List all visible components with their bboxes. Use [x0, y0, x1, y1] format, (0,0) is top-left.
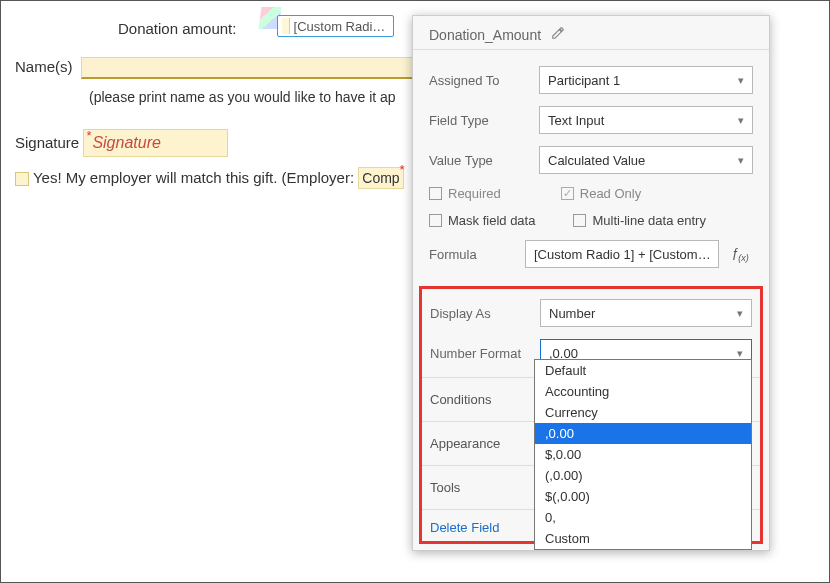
- formula-label: Formula: [429, 247, 517, 262]
- checkbox-empty-icon: [429, 214, 442, 227]
- chip-drag-handle-icon[interactable]: [282, 18, 290, 34]
- readonly-checkbox[interactable]: ✓ Read Only: [561, 186, 641, 201]
- required-asterisk-icon: *: [400, 162, 405, 177]
- field-properties-panel: Donation_Amount Assigned To Participant …: [412, 15, 770, 551]
- custom-radio-chip[interactable]: [Custom Radi…: [277, 15, 395, 37]
- formula-input[interactable]: [Custom Radio 1] + [Custom…: [525, 240, 719, 268]
- donation-amount-label: Donation amount:: [118, 20, 236, 37]
- chevron-down-icon: ▾: [738, 74, 744, 87]
- checkbox-checked-icon: ✓: [561, 187, 574, 200]
- number-format-option[interactable]: Default: [535, 360, 751, 381]
- highlighted-section: Display As Number ▾ Number Format ,0.00 …: [419, 286, 763, 544]
- signature-label: Signature: [15, 134, 79, 151]
- names-label: Name(s): [15, 58, 73, 75]
- formula-value: [Custom Radio 1] + [Custom…: [534, 247, 711, 262]
- number-format-dropdown: DefaultAccountingCurrency,0.00$,0.00(,0.…: [534, 359, 752, 550]
- number-format-option[interactable]: 0,: [535, 507, 751, 528]
- checkbox-empty-icon: [573, 214, 586, 227]
- required-label: Required: [448, 186, 501, 201]
- signature-field[interactable]: * Signature: [83, 129, 228, 157]
- chip-label: [Custom Radi…: [294, 19, 386, 34]
- chevron-down-icon: ▾: [737, 347, 743, 360]
- number-format-option[interactable]: Accounting: [535, 381, 751, 402]
- names-field[interactable]: [81, 57, 421, 79]
- required-asterisk-icon: *: [86, 128, 91, 143]
- multiline-label: Multi-line data entry: [592, 213, 705, 228]
- mask-label: Mask field data: [448, 213, 535, 228]
- multiline-checkbox[interactable]: Multi-line data entry: [573, 213, 705, 228]
- display-as-value: Number: [549, 306, 595, 321]
- number-format-option[interactable]: $,0.00: [535, 444, 751, 465]
- required-checkbox[interactable]: Required: [429, 186, 501, 201]
- value-type-select[interactable]: Calculated Value ▾: [539, 146, 753, 174]
- checkbox-empty-icon: [429, 187, 442, 200]
- formula-editor-button[interactable]: ƒ(x): [727, 240, 753, 268]
- number-format-option[interactable]: Custom: [535, 528, 751, 549]
- chevron-down-icon: ▾: [737, 307, 743, 320]
- number-format-option[interactable]: (,0.00): [535, 465, 751, 486]
- employer-match-checkbox[interactable]: [15, 172, 29, 186]
- chevron-down-icon: ▾: [738, 114, 744, 127]
- employer-field[interactable]: Comp *: [358, 167, 403, 189]
- value-type-label: Value Type: [429, 153, 529, 168]
- number-format-option[interactable]: Currency: [535, 402, 751, 423]
- employer-field-text: Comp: [362, 170, 399, 186]
- display-as-select[interactable]: Number ▾: [540, 299, 752, 327]
- number-format-option[interactable]: ,0.00: [535, 423, 751, 444]
- value-type-value: Calculated Value: [548, 153, 645, 168]
- field-type-label: Field Type: [429, 113, 529, 128]
- field-type-select[interactable]: Text Input ▾: [539, 106, 753, 134]
- assigned-to-label: Assigned To: [429, 73, 529, 88]
- chevron-down-icon: ▾: [738, 154, 744, 167]
- edit-name-icon[interactable]: [551, 26, 565, 43]
- panel-title: Donation_Amount: [429, 27, 541, 43]
- number-format-option[interactable]: $(,0.00): [535, 486, 751, 507]
- field-type-value: Text Input: [548, 113, 604, 128]
- employer-match-text: Yes! My employer will match this gift. (…: [33, 169, 354, 186]
- display-as-label: Display As: [430, 306, 530, 321]
- fx-icon: ƒ(x): [731, 245, 749, 263]
- number-format-label: Number Format: [430, 346, 530, 361]
- assigned-to-value: Participant 1: [548, 73, 620, 88]
- mask-data-checkbox[interactable]: Mask field data: [429, 213, 535, 228]
- assigned-to-select[interactable]: Participant 1 ▾: [539, 66, 753, 94]
- signature-field-text: Signature: [92, 134, 161, 151]
- readonly-label: Read Only: [580, 186, 641, 201]
